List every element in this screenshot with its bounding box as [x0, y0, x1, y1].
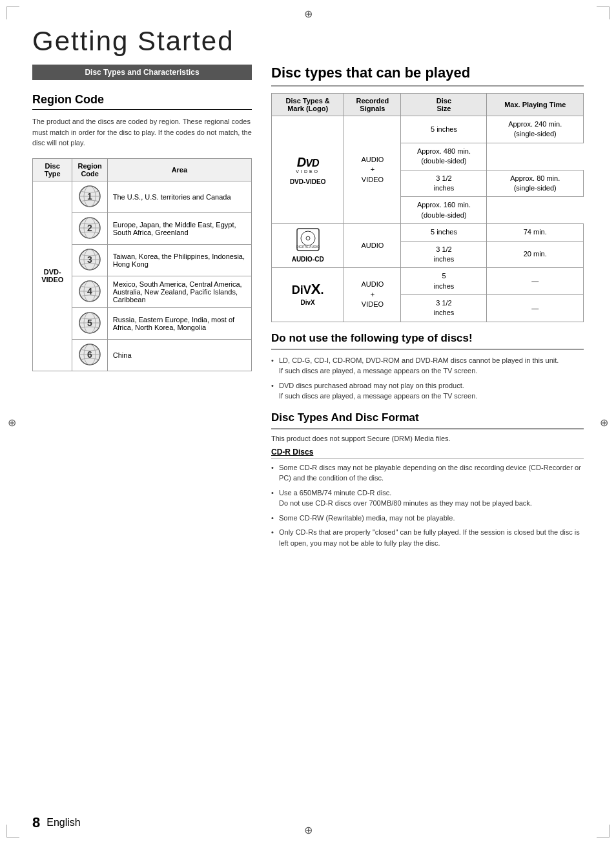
svg-text:3: 3 [87, 254, 92, 265]
svg-point-25 [301, 231, 315, 245]
right-column: Disc types that can be played Disc Types… [271, 65, 584, 552]
region-code-description: The product and the discs are coded by r… [32, 116, 252, 149]
page-language: English [46, 817, 80, 829]
corner-mark-tl [6, 6, 19, 19]
svg-text:1: 1 [87, 191, 92, 201]
cd-disc-logo: DIGITAL AUDIO [296, 228, 320, 251]
cd-312inch-size: 3 1/2inches [401, 241, 487, 268]
region-table-header-region-code: RegionCode [72, 158, 107, 181]
corner-mark-br [597, 825, 610, 838]
region-disc-type: DVD-VIDEO [33, 181, 72, 371]
main-content: Disc Types and Characteristics Region Co… [32, 65, 584, 552]
disc-types-played-title: Disc types that can be played [271, 65, 584, 87]
disc-play-header-signals: RecordedSignals [344, 94, 401, 116]
region-code-6: 6 [72, 339, 107, 371]
disc-format-item-0-3: Only CD-Rs that are properly "closed" ca… [271, 527, 584, 548]
region-table-header-disc-type: Disc Type [33, 158, 72, 181]
do-not-use-item-1: DVD discs purchased abroad may not play … [271, 380, 584, 402]
divx-5inch-size: 5inches [401, 268, 487, 295]
dvd-5inch-size: 5 inches [401, 116, 487, 143]
region-area-1: The U.S., U.S. territories and Canada [107, 181, 251, 212]
cd-312inch-time: 20 min. [487, 241, 584, 268]
compass-top-icon: ⊕ [304, 8, 313, 19]
region-area-2: Europe, Japan, the Middle East, Egypt, S… [107, 212, 251, 244]
disc-play-table: Disc Types &Mark (Logo) RecordedSignals … [271, 93, 584, 322]
do-not-use-title: Do not use the following type of discs! [271, 332, 584, 350]
divx-312inch-size: 3 1/2inches [401, 295, 487, 322]
dvd-312inch-size: 3 1/2inches [401, 170, 487, 197]
region-area-5: Russia, Eastern Europe, India, most of A… [107, 307, 251, 339]
cd-audio-label: AUDIO-CD [276, 255, 340, 264]
disc-format-title: Disc Types And Disc Format [271, 411, 584, 429]
compass-right-icon: ⊕ [600, 417, 608, 427]
region-area-3: Taiwan, Korea, the Philippines, Indonesi… [107, 244, 251, 276]
disc-format-sub-title-0: CD-R Discs [271, 448, 584, 458]
divx-label: DivX [276, 298, 340, 307]
cd-5inch-time: 74 min. [487, 224, 584, 241]
disc-play-header-size: DiscSize [401, 94, 487, 116]
svg-text:DIGITAL AUDIO: DIGITAL AUDIO [296, 245, 320, 249]
compass-left-icon: ⊕ [8, 417, 16, 427]
divx-logo-cell: DiVX. DivX [272, 268, 344, 322]
dvd-312inch-time1: Approx. 80 min.(single-sided) [487, 170, 584, 197]
cd-5inch-size: 5 inches [401, 224, 487, 241]
disc-format-description: This product does not support Secure (DR… [271, 435, 584, 442]
disc-format-sub-list-0: Some CD-R discs may not be playable depe… [271, 462, 584, 549]
corner-mark-tr [597, 6, 610, 19]
dvd-video-logo: DVD VIDEO [276, 153, 340, 175]
dvd-video-label: DVD-VIDEO [276, 178, 340, 187]
center-mark-right: ⊕ [600, 416, 608, 428]
page-number-section: 8 English [32, 814, 81, 831]
svg-text:4: 4 [87, 286, 92, 296]
region-code-4: 4 [72, 276, 107, 307]
do-not-use-item-0: LD, CD-G, CD-I, CD-ROM, DVD-ROM and DVD-… [271, 355, 584, 376]
page-title: Getting Started [32, 26, 584, 57]
page-number: 8 [32, 814, 40, 831]
do-not-use-list: LD, CD-G, CD-I, CD-ROM, DVD-ROM and DVD-… [271, 355, 584, 402]
dvd-video-sublabel: VIDEO [276, 169, 340, 175]
compass-bottom-icon: ⊕ [304, 825, 313, 836]
svg-point-26 [306, 236, 310, 240]
disc-play-header-time: Max. Playing Time [487, 94, 584, 116]
dvd-logo-cell: DVD VIDEO DVD-VIDEO [272, 116, 344, 224]
region-code-title: Region Code [32, 93, 252, 110]
region-area-6: China [107, 339, 251, 371]
center-mark-bottom: ⊕ [304, 824, 313, 836]
divx-logo: DiVX. [276, 282, 340, 298]
svg-text:6: 6 [87, 349, 92, 360]
region-code-5: 5 [72, 307, 107, 339]
cd-disc-svg: DIGITAL AUDIO [296, 228, 320, 251]
divx-signals: AUDIO+VIDEO [344, 268, 401, 322]
svg-text:2: 2 [87, 223, 92, 233]
disc-format-item-0-1: Use a 650MB/74 minute CD-R disc.Do not u… [271, 488, 584, 509]
region-table: Disc Type RegionCode Area DVD-VIDEO1The … [32, 158, 252, 371]
region-table-header-area: Area [107, 158, 251, 181]
dvd-5inch-time1: Approx. 240 min.(single-sided) [487, 116, 584, 143]
corner-mark-bl [6, 825, 19, 838]
region-area-4: Mexico, South America, Central America, … [107, 276, 251, 307]
region-code-1: 1 [72, 181, 107, 212]
center-mark-top: ⊕ [304, 8, 313, 20]
disc-format-subsections: CD-R DiscsSome CD-R discs may not be pla… [271, 448, 584, 549]
section-banner: Disc Types and Characteristics [32, 65, 252, 80]
dvd-video-signals: AUDIO+VIDEO [344, 116, 401, 224]
disc-format-item-0-0: Some CD-R discs may not be playable depe… [271, 462, 584, 484]
disc-format-item-0-2: Some CD-RW (Rewritable) media, may not b… [271, 513, 584, 524]
disc-play-header-logo: Disc Types &Mark (Logo) [272, 94, 344, 116]
dvd-5inch-time2: Approx. 480 min.(double-sided) [401, 143, 487, 170]
cd-signals: AUDIO [344, 224, 401, 268]
svg-text:5: 5 [87, 318, 92, 328]
cd-logo-cell: DIGITAL AUDIO AUDIO-CD [272, 224, 344, 268]
divx-312inch-time: — [487, 295, 584, 322]
region-code-2: 2 [72, 212, 107, 244]
center-mark-left: ⊕ [8, 416, 16, 428]
region-code-3: 3 [72, 244, 107, 276]
divx-5inch-time: — [487, 268, 584, 295]
dvd-312inch-time2: Approx. 160 min.(double-sided) [401, 197, 487, 224]
page-container: ⊕ ⊕ ⊕ ⊕ Getting Started Disc Types and C… [0, 0, 616, 844]
left-column: Disc Types and Characteristics Region Co… [32, 65, 252, 371]
